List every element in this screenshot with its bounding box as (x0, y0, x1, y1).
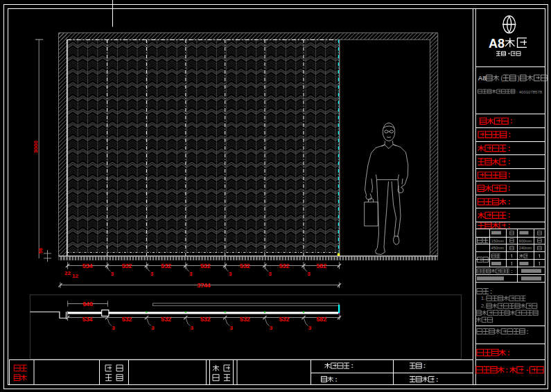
svg-text:600mm: 600mm (519, 239, 532, 243)
svg-text:3: 3 (150, 271, 154, 277)
svg-text:12: 12 (72, 273, 78, 279)
svg-text:: 4001078578: : 4001078578 (516, 90, 542, 94)
svg-text:3: 3 (151, 325, 155, 331)
svg-text:532: 532 (122, 316, 132, 323)
svg-text::: : (423, 362, 426, 369)
svg-text::: : (351, 362, 353, 369)
svg-text:22: 22 (64, 270, 71, 276)
svg-text:532: 532 (161, 262, 171, 269)
svg-text:646: 646 (82, 301, 93, 308)
svg-text:532: 532 (161, 316, 171, 323)
svg-text:3000: 3000 (33, 141, 39, 153)
svg-text::: : (508, 145, 510, 152)
svg-text::: : (509, 131, 511, 139)
svg-text:2.: 2. (481, 303, 485, 309)
svg-text::: : (508, 184, 510, 192)
svg-text:): ) (518, 75, 520, 82)
svg-text::: : (507, 349, 509, 357)
svg-text:(: ( (501, 75, 503, 82)
svg-text:532: 532 (122, 262, 132, 269)
svg-text:3744: 3744 (197, 282, 210, 289)
svg-text:3: 3 (308, 325, 312, 331)
svg-text::: : (436, 376, 438, 383)
svg-text:532: 532 (200, 262, 211, 269)
svg-text:534: 534 (82, 262, 93, 269)
svg-text::: : (508, 158, 510, 166)
svg-text:3: 3 (111, 271, 114, 277)
svg-text:532: 532 (279, 262, 290, 269)
svg-text:3: 3 (189, 271, 193, 277)
svg-text:532: 532 (240, 316, 250, 323)
svg-text:3: 3 (229, 325, 233, 331)
svg-text:582: 582 (317, 262, 327, 269)
svg-text:3: 3 (268, 271, 272, 277)
svg-text:3: 3 (112, 325, 115, 331)
svg-text::: : (335, 376, 337, 383)
svg-text:450mm: 450mm (491, 246, 505, 250)
svg-text:532: 532 (279, 316, 290, 323)
svg-text:532: 532 (200, 316, 211, 323)
svg-text:3: 3 (307, 271, 311, 277)
svg-text:3: 3 (191, 325, 194, 331)
svg-text::: : (506, 366, 508, 374)
svg-text::: : (511, 269, 512, 274)
svg-text::: : (508, 171, 510, 179)
svg-text::: : (490, 288, 492, 295)
svg-text:3: 3 (229, 271, 232, 277)
svg-text:240mm: 240mm (519, 246, 532, 250)
svg-text:A8: A8 (489, 37, 505, 51)
svg-text:-: - (526, 366, 528, 373)
svg-text:150mm: 150mm (491, 239, 505, 243)
svg-text::: : (510, 117, 512, 125)
svg-text:56: 56 (38, 248, 43, 253)
svg-text:A8: A8 (478, 74, 487, 82)
svg-text:532: 532 (240, 262, 250, 269)
svg-text::: : (508, 198, 510, 206)
svg-text::: : (526, 328, 528, 335)
svg-text:1.: 1. (481, 295, 485, 301)
svg-text:534: 534 (82, 316, 93, 323)
svg-text::: : (508, 222, 510, 229)
svg-text:3: 3 (270, 325, 273, 331)
svg-text:582: 582 (317, 316, 327, 323)
svg-text::: : (508, 211, 510, 219)
